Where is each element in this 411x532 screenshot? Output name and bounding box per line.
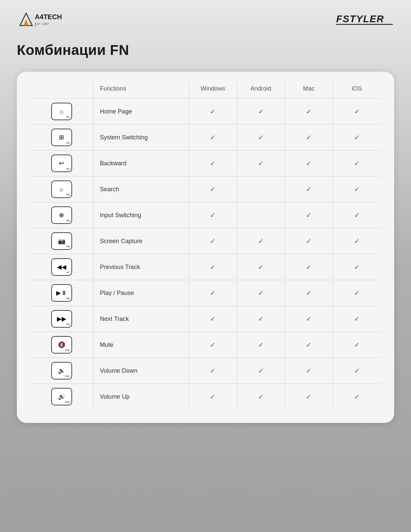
key-cell-F2: ⊞ F2 bbox=[30, 125, 93, 151]
checkmark-android-F3: ✓ bbox=[258, 160, 264, 167]
check-mac-F5: ✓ bbox=[285, 202, 333, 228]
checkmark-ios-F7: ✓ bbox=[354, 263, 360, 271]
check-android-F9: ✓ bbox=[237, 306, 285, 332]
table-row: ⌂ F1 Home Page✓✓✓✓ bbox=[30, 99, 381, 125]
checkmark-mac-F7: ✓ bbox=[306, 263, 312, 271]
key-cell-F8: ▶⏸ F8 bbox=[30, 280, 93, 306]
checkmark-windows-F7: ✓ bbox=[210, 263, 216, 271]
check-android-F8: ✓ bbox=[237, 280, 285, 306]
func-name-F3: Backward bbox=[93, 151, 189, 176]
col-header-functions: Functions bbox=[93, 82, 189, 99]
check-mac-F11: ✓ bbox=[285, 358, 333, 384]
checkmark-windows-F2: ✓ bbox=[210, 134, 216, 141]
checkmark-mac-F9: ✓ bbox=[306, 315, 312, 323]
checkmark-windows-F12: ✓ bbox=[210, 393, 216, 400]
checkmark-ios-F12: ✓ bbox=[354, 393, 360, 400]
check-android-F2: ✓ bbox=[237, 125, 285, 151]
col-header-mac: Mac bbox=[285, 82, 333, 99]
checkmark-windows-F10: ✓ bbox=[210, 341, 216, 348]
key-label-F5: F5 bbox=[66, 219, 69, 222]
key-cell-F5: ⊕ F5 bbox=[30, 202, 93, 228]
check-android-F11: ✓ bbox=[237, 358, 285, 384]
checkmark-windows-F8: ✓ bbox=[210, 289, 216, 297]
table-row: ⌕ F4 Search✓✓✓ bbox=[30, 176, 381, 202]
checkmark-android-F2: ✓ bbox=[258, 134, 264, 141]
key-cell-F7: ◀◀ F7 bbox=[30, 254, 93, 280]
check-mac-F3: ✓ bbox=[285, 151, 333, 176]
checkmark-mac-F4: ✓ bbox=[306, 186, 312, 193]
check-android-F5 bbox=[237, 202, 285, 228]
checkmark-windows-F6: ✓ bbox=[210, 237, 216, 245]
key-icon-F10: 🔇 F10 bbox=[51, 336, 72, 354]
check-mac-F12: ✓ bbox=[285, 384, 333, 410]
check-windows-F3: ✓ bbox=[189, 151, 237, 176]
check-windows-F11: ✓ bbox=[189, 358, 237, 384]
check-windows-F6: ✓ bbox=[189, 228, 237, 254]
checkmark-android-F8: ✓ bbox=[258, 289, 264, 297]
key-label-F11: F11 bbox=[65, 375, 70, 378]
header: A4TECH EST. 1987 ® FSTYLER bbox=[17, 10, 394, 29]
key-label-F6: F6 bbox=[66, 245, 69, 248]
func-name-F8: Play / Pause bbox=[93, 280, 189, 306]
check-mac-F4: ✓ bbox=[285, 176, 333, 202]
checkmark-mac-F1: ✓ bbox=[306, 108, 312, 115]
checkmark-windows-F4: ✓ bbox=[210, 186, 216, 193]
check-windows-F9: ✓ bbox=[189, 306, 237, 332]
checkmark-windows-F9: ✓ bbox=[210, 315, 216, 323]
check-ios-F2: ✓ bbox=[333, 125, 381, 151]
key-symbol-F7: ◀◀ bbox=[57, 264, 66, 270]
func-name-F4: Search bbox=[93, 176, 189, 202]
key-cell-F12: 🔊 F12 bbox=[30, 384, 93, 410]
check-mac-F6: ✓ bbox=[285, 228, 333, 254]
checkmark-ios-F8: ✓ bbox=[354, 289, 360, 297]
svg-text:®: ® bbox=[35, 25, 37, 28]
checkmark-ios-F6: ✓ bbox=[354, 237, 360, 245]
key-symbol-F12: 🔊 bbox=[58, 394, 65, 400]
check-windows-F5: ✓ bbox=[189, 202, 237, 228]
check-ios-F8: ✓ bbox=[333, 280, 381, 306]
key-label-F10: F10 bbox=[65, 349, 70, 352]
func-name-F6: Screen Capture bbox=[93, 228, 189, 254]
checkmark-windows-F11: ✓ bbox=[210, 367, 216, 374]
key-cell-F6: 📷 F6 bbox=[30, 228, 93, 254]
check-ios-F1: ✓ bbox=[333, 99, 381, 125]
key-symbol-F1: ⌂ bbox=[60, 108, 63, 114]
check-windows-F2: ✓ bbox=[189, 125, 237, 151]
key-icon-F6: 📷 F6 bbox=[51, 232, 72, 250]
check-ios-F7: ✓ bbox=[333, 254, 381, 280]
key-symbol-F11: 🔉 bbox=[58, 368, 65, 374]
table-row: ⊕ F5 Input Switching✓✓✓ bbox=[30, 202, 381, 228]
check-ios-F10: ✓ bbox=[333, 332, 381, 358]
key-symbol-F9: ▶▶ bbox=[57, 316, 66, 322]
check-windows-F1: ✓ bbox=[189, 99, 237, 125]
check-android-F7: ✓ bbox=[237, 254, 285, 280]
key-label-F12: F12 bbox=[65, 401, 70, 404]
svg-marker-1 bbox=[24, 20, 29, 26]
key-symbol-F3: ↩ bbox=[59, 160, 64, 166]
check-mac-F8: ✓ bbox=[285, 280, 333, 306]
svg-rect-6 bbox=[336, 24, 393, 25]
key-cell-F9: ▶▶ F9 bbox=[30, 306, 93, 332]
checkmark-mac-F8: ✓ bbox=[306, 289, 312, 297]
check-android-F3: ✓ bbox=[237, 151, 285, 176]
check-android-F1: ✓ bbox=[237, 99, 285, 125]
key-icon-F4: ⌕ F4 bbox=[51, 180, 72, 198]
check-windows-F12: ✓ bbox=[189, 384, 237, 410]
key-symbol-F6: 📷 bbox=[58, 238, 65, 244]
logo-fstyler: FSTYLER bbox=[335, 12, 394, 27]
checkmark-ios-F5: ✓ bbox=[354, 211, 360, 219]
func-name-F9: Next Track bbox=[93, 306, 189, 332]
table-card: Functions Windows Android Mac iOS ⌂ F1 H… bbox=[17, 72, 394, 423]
checkmark-ios-F1: ✓ bbox=[354, 108, 360, 115]
key-icon-F8: ▶⏸ F8 bbox=[51, 284, 72, 302]
check-ios-F4: ✓ bbox=[333, 176, 381, 202]
key-symbol-F10: 🔇 bbox=[58, 342, 65, 348]
checkmark-android-F6: ✓ bbox=[258, 237, 264, 245]
key-cell-F11: 🔉 F11 bbox=[30, 358, 93, 384]
table-row: ◀◀ F7 Previous Track✓✓✓✓ bbox=[30, 254, 381, 280]
table-body: ⌂ F1 Home Page✓✓✓✓ ⊞ F2 System Switching… bbox=[30, 99, 381, 410]
checkmark-ios-F9: ✓ bbox=[354, 315, 360, 323]
key-icon-F9: ▶▶ F9 bbox=[51, 310, 72, 328]
key-icon-F7: ◀◀ F7 bbox=[51, 258, 72, 276]
func-name-F11: Volume Down bbox=[93, 358, 189, 384]
